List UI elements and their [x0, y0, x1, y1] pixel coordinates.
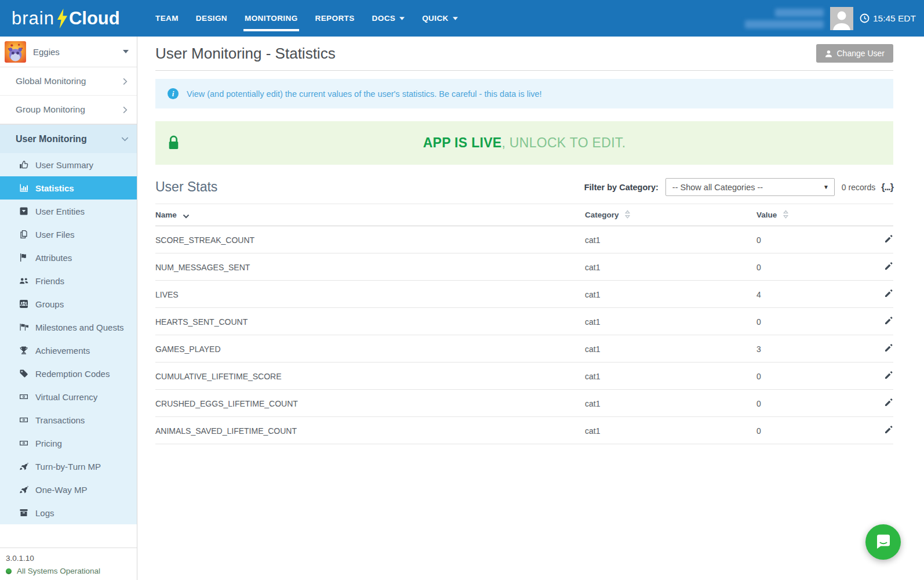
- filter-area: Filter by Category: -- Show all Categori…: [584, 178, 893, 196]
- sidebar-item-pricing[interactable]: Pricing: [0, 432, 137, 455]
- group-icon: [19, 299, 29, 309]
- chevron-right-icon: [121, 106, 129, 114]
- stat-value-cell: 0: [756, 308, 858, 335]
- sidebar-item-milestones-and-quests[interactable]: Milestones and Quests: [0, 316, 137, 339]
- chevron-down-icon: [121, 135, 129, 143]
- nav-tab-reports[interactable]: REPORTS: [307, 0, 363, 37]
- logo-brain-text: brain: [12, 8, 54, 29]
- info-banner: i View (and potentially edit) the curren…: [155, 79, 893, 108]
- status-text: All Systems Operational: [17, 567, 100, 575]
- stat-name-cell: CUMULATIVE_LIFETIME_SCORE: [155, 362, 585, 390]
- caret-down-icon: ▼: [823, 184, 829, 190]
- table-row: LIVES cat1 4: [155, 281, 893, 308]
- user-monitoring-submenu: User Summary Statistics User Entities Us…: [0, 153, 137, 524]
- lock-icon[interactable]: [167, 135, 180, 151]
- stats-header: User Stats Filter by Category: -- Show a…: [155, 178, 893, 196]
- caret-down-icon: [123, 50, 129, 53]
- edit-pencil-icon[interactable]: [884, 425, 893, 434]
- table-row: GAMES_PLAYED cat1 3: [155, 335, 893, 362]
- sidebar-item-logs[interactable]: Logs: [0, 501, 137, 524]
- edit-pencil-icon[interactable]: [884, 316, 893, 325]
- top-nav: brain Cloud TEAMDESIGNMONITORINGREPORTSD…: [0, 0, 924, 37]
- app-selector[interactable]: Eggies: [0, 37, 137, 67]
- info-banner-text: View (and potentially edit) the current …: [187, 89, 542, 99]
- stat-value-cell: 0: [756, 226, 858, 253]
- sidebar-item-global-monitoring[interactable]: Global Monitoring: [0, 67, 137, 96]
- user-stats-table: Name Category Value: [155, 204, 893, 444]
- column-header-actions: [858, 204, 893, 226]
- edit-pencil-icon[interactable]: [884, 234, 893, 244]
- column-header-value[interactable]: Value: [756, 204, 858, 226]
- version-number: 3.0.1.10: [6, 554, 131, 563]
- stat-value-cell: 0: [756, 253, 858, 281]
- caret-square-icon: [19, 206, 29, 216]
- sidebar-item-one-way-mp[interactable]: One-Way MP: [0, 478, 137, 501]
- sidebar-item-user-entities[interactable]: User Entities: [0, 200, 137, 223]
- page-header: User Monitoring - Statistics Change User: [155, 44, 893, 63]
- category-filter-select[interactable]: -- Show all Categories -- ▼: [665, 178, 835, 196]
- chevron-right-icon: [121, 77, 129, 86]
- section-title: User Stats: [155, 179, 217, 195]
- stat-category-cell: cat1: [585, 417, 756, 444]
- sidebar-item-virtual-currency[interactable]: Virtual Currency: [0, 385, 137, 408]
- stat-value-cell: 0: [756, 390, 858, 417]
- nav-tab-design[interactable]: DESIGN: [187, 0, 236, 37]
- sidebar-item-groups[interactable]: Groups: [0, 292, 137, 316]
- chat-launcher-button[interactable]: [865, 524, 901, 560]
- table-row: CUMULATIVE_LIFETIME_SCORE cat1 0: [155, 362, 893, 390]
- edit-pencil-icon[interactable]: [884, 343, 893, 353]
- group-label: Global Monitoring: [16, 76, 86, 86]
- sort-desc-icon: [183, 212, 190, 220]
- edit-pencil-icon[interactable]: [884, 398, 893, 407]
- change-user-button[interactable]: Change User: [816, 44, 894, 63]
- sort-both-icon: [624, 210, 631, 220]
- lightning-bolt-icon: [56, 8, 68, 29]
- page-title: User Monitoring - Statistics: [155, 45, 336, 63]
- app-live-bold: APP IS LIVE: [423, 135, 502, 150]
- sidebar-item-redemption-codes[interactable]: Redemption Codes: [0, 362, 137, 385]
- table-row: ANIMALS_SAVED_LIFETIME_COUNT cat1 0: [155, 417, 893, 444]
- braincloud-logo[interactable]: brain Cloud: [0, 8, 130, 29]
- stat-name-cell: HEARTS_SENT_COUNT: [155, 308, 585, 335]
- sidebar-item-user-monitoring[interactable]: User Monitoring: [0, 124, 137, 153]
- stat-value-cell: 0: [756, 417, 858, 444]
- rocket-icon: [19, 485, 29, 494]
- system-status[interactable]: All Systems Operational: [6, 567, 131, 575]
- money-icon: [19, 415, 29, 425]
- server-time: 15:45 EDT: [860, 13, 916, 24]
- app-live-banner: APP IS LIVE, UNLOCK TO EDIT.: [155, 121, 893, 165]
- avatar[interactable]: [830, 7, 853, 30]
- sidebar-footer: 3.0.1.10 All Systems Operational: [0, 548, 137, 580]
- sidebar: Eggies Global Monitoring Group Monitorin…: [0, 37, 137, 580]
- sidebar-item-user-files[interactable]: User Files: [0, 223, 137, 246]
- sidebar-item-statistics[interactable]: Statistics: [0, 176, 137, 200]
- status-dot-icon: [6, 568, 12, 574]
- table-row: NUM_MESSAGES_SENT cat1 0: [155, 253, 893, 281]
- raw-json-toggle[interactable]: {...}: [881, 182, 893, 193]
- column-header-category[interactable]: Category: [585, 204, 756, 226]
- edit-pencil-icon[interactable]: [884, 289, 893, 298]
- sidebar-item-group-monitoring[interactable]: Group Monitoring: [0, 96, 137, 124]
- table-row: SCORE_STREAK_COUNT cat1 0: [155, 226, 893, 253]
- user-icon: [825, 50, 832, 57]
- sidebar-item-attributes[interactable]: Attributes: [0, 246, 137, 269]
- column-header-name[interactable]: Name: [155, 204, 585, 226]
- edit-pencil-icon[interactable]: [884, 371, 893, 380]
- change-user-label: Change User: [837, 49, 885, 58]
- nav-tab-docs[interactable]: DOCS: [363, 0, 414, 37]
- main-nav-tabs: TEAMDESIGNMONITORINGREPORTSDOCSQUICK: [147, 0, 467, 37]
- sidebar-item-transactions[interactable]: Transactions: [0, 408, 137, 432]
- edit-pencil-icon[interactable]: [884, 262, 893, 271]
- sidebar-item-user-summary[interactable]: User Summary: [0, 153, 137, 176]
- nav-tab-monitoring[interactable]: MONITORING: [236, 0, 307, 37]
- nav-tab-quick[interactable]: QUICK: [413, 0, 467, 37]
- nav-tab-team[interactable]: TEAM: [147, 0, 187, 37]
- stat-name-cell: SCORE_STREAK_COUNT: [155, 226, 585, 253]
- sidebar-item-turn-by-turn-mp[interactable]: Turn-by-Turn MP: [0, 455, 137, 478]
- sidebar-item-achievements[interactable]: Achievements: [0, 339, 137, 362]
- filter-label: Filter by Category:: [584, 183, 659, 192]
- stat-value-cell: 3: [756, 335, 858, 362]
- bar-chart-icon: [19, 183, 29, 193]
- table-row: HEARTS_SENT_COUNT cat1 0: [155, 308, 893, 335]
- sidebar-item-friends[interactable]: Friends: [0, 269, 137, 292]
